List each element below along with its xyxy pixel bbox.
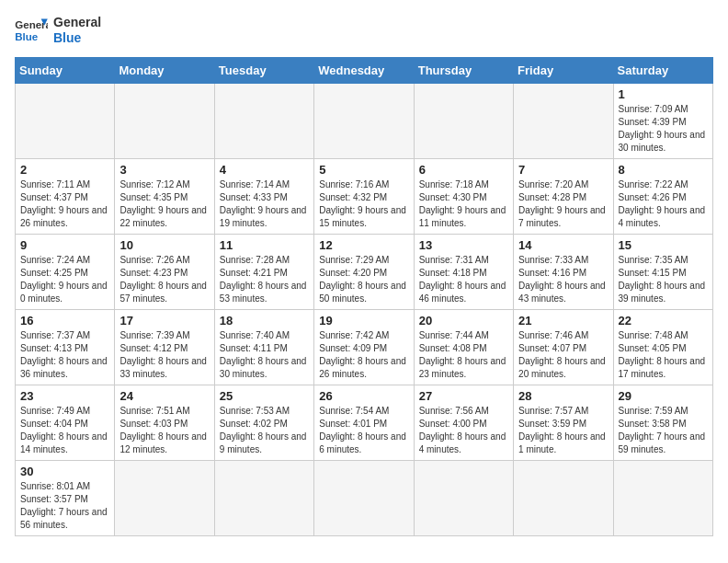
calendar-day-cell: 9Sunrise: 7:24 AM Sunset: 4:25 PM Daylig… bbox=[16, 234, 115, 309]
day-number: 5 bbox=[319, 163, 408, 177]
day-info: Sunrise: 7:24 AM Sunset: 4:25 PM Dayligh… bbox=[20, 254, 109, 305]
calendar-day-cell: 16Sunrise: 7:37 AM Sunset: 4:13 PM Dayli… bbox=[16, 309, 115, 385]
day-number: 6 bbox=[419, 163, 508, 177]
day-number: 1 bbox=[619, 87, 708, 101]
calendar-day-cell: 27Sunrise: 7:56 AM Sunset: 4:00 PM Dayli… bbox=[414, 385, 513, 460]
day-info: Sunrise: 7:31 AM Sunset: 4:18 PM Dayligh… bbox=[419, 254, 508, 305]
day-info: Sunrise: 7:40 AM Sunset: 4:11 PM Dayligh… bbox=[220, 329, 309, 381]
day-number: 10 bbox=[119, 238, 209, 252]
calendar-day-cell: 21Sunrise: 7:46 AM Sunset: 4:07 PM Dayli… bbox=[514, 309, 613, 385]
calendar-header-cell: Thursday bbox=[414, 57, 513, 83]
day-info: Sunrise: 7:11 AM Sunset: 4:37 PM Dayligh… bbox=[20, 178, 109, 230]
day-number: 16 bbox=[20, 314, 109, 327]
logo-blue-text: Blue bbox=[53, 30, 101, 46]
day-number: 4 bbox=[220, 163, 309, 177]
calendar-header-cell: Tuesday bbox=[214, 57, 313, 83]
day-info: Sunrise: 7:12 AM Sunset: 4:35 PM Dayligh… bbox=[119, 178, 209, 230]
calendar-week-row: 2Sunrise: 7:11 AM Sunset: 4:37 PM Daylig… bbox=[16, 158, 713, 234]
calendar-day-cell: 24Sunrise: 7:51 AM Sunset: 4:03 PM Dayli… bbox=[115, 385, 214, 460]
calendar-day-cell: 23Sunrise: 7:49 AM Sunset: 4:04 PM Dayli… bbox=[16, 385, 115, 460]
day-info: Sunrise: 7:44 AM Sunset: 4:08 PM Dayligh… bbox=[419, 329, 508, 381]
day-number: 27 bbox=[419, 389, 508, 403]
calendar-day-cell: 3Sunrise: 7:12 AM Sunset: 4:35 PM Daylig… bbox=[115, 158, 214, 234]
day-number: 9 bbox=[20, 238, 109, 252]
calendar-header-row: SundayMondayTuesdayWednesdayThursdayFrid… bbox=[16, 57, 713, 83]
calendar-header-cell: Sunday bbox=[16, 57, 115, 83]
calendar-day-cell bbox=[214, 460, 313, 535]
calendar-day-cell bbox=[314, 460, 414, 535]
calendar-header-cell: Monday bbox=[115, 57, 214, 83]
day-info: Sunrise: 7:09 AM Sunset: 4:39 PM Dayligh… bbox=[619, 103, 708, 155]
day-info: Sunrise: 7:59 AM Sunset: 3:58 PM Dayligh… bbox=[619, 405, 708, 456]
calendar-day-cell: 1Sunrise: 7:09 AM Sunset: 4:39 PM Daylig… bbox=[613, 83, 712, 158]
day-number: 8 bbox=[619, 163, 708, 177]
day-number: 2 bbox=[20, 163, 109, 177]
day-info: Sunrise: 7:33 AM Sunset: 4:16 PM Dayligh… bbox=[518, 254, 608, 305]
calendar-week-row: 9Sunrise: 7:24 AM Sunset: 4:25 PM Daylig… bbox=[16, 234, 713, 309]
calendar-day-cell bbox=[514, 83, 613, 158]
calendar-day-cell: 15Sunrise: 7:35 AM Sunset: 4:15 PM Dayli… bbox=[613, 234, 712, 309]
day-number: 14 bbox=[518, 238, 608, 252]
calendar-week-row: 30Sunrise: 8:01 AM Sunset: 3:57 PM Dayli… bbox=[16, 460, 713, 535]
calendar-header-cell: Friday bbox=[514, 57, 613, 83]
logo: General Blue General Blue bbox=[15, 15, 101, 46]
day-info: Sunrise: 7:56 AM Sunset: 4:00 PM Dayligh… bbox=[419, 405, 508, 456]
calendar-day-cell: 19Sunrise: 7:42 AM Sunset: 4:09 PM Dayli… bbox=[314, 309, 414, 385]
day-info: Sunrise: 7:26 AM Sunset: 4:23 PM Dayligh… bbox=[119, 254, 209, 305]
calendar-day-cell: 5Sunrise: 7:16 AM Sunset: 4:32 PM Daylig… bbox=[314, 158, 414, 234]
day-info: Sunrise: 7:35 AM Sunset: 4:15 PM Dayligh… bbox=[619, 254, 708, 305]
day-number: 21 bbox=[518, 314, 608, 327]
calendar-day-cell: 7Sunrise: 7:20 AM Sunset: 4:28 PM Daylig… bbox=[514, 158, 613, 234]
calendar-header-cell: Wednesday bbox=[314, 57, 414, 83]
day-number: 20 bbox=[419, 314, 508, 327]
calendar-day-cell bbox=[16, 83, 115, 158]
day-number: 13 bbox=[419, 238, 508, 252]
calendar-day-cell: 6Sunrise: 7:18 AM Sunset: 4:30 PM Daylig… bbox=[414, 158, 513, 234]
day-info: Sunrise: 7:53 AM Sunset: 4:02 PM Dayligh… bbox=[220, 405, 309, 456]
calendar-day-cell: 2Sunrise: 7:11 AM Sunset: 4:37 PM Daylig… bbox=[16, 158, 115, 234]
day-info: Sunrise: 7:28 AM Sunset: 4:21 PM Dayligh… bbox=[220, 254, 309, 305]
day-info: Sunrise: 7:54 AM Sunset: 4:01 PM Dayligh… bbox=[319, 405, 408, 456]
logo-icon: General Blue bbox=[15, 16, 48, 45]
calendar-day-cell bbox=[314, 83, 414, 158]
calendar-day-cell: 10Sunrise: 7:26 AM Sunset: 4:23 PM Dayli… bbox=[115, 234, 214, 309]
day-info: Sunrise: 7:37 AM Sunset: 4:13 PM Dayligh… bbox=[20, 329, 109, 381]
calendar-day-cell bbox=[115, 460, 214, 535]
day-info: Sunrise: 7:14 AM Sunset: 4:33 PM Dayligh… bbox=[220, 178, 309, 230]
day-info: Sunrise: 7:57 AM Sunset: 3:59 PM Dayligh… bbox=[518, 405, 608, 456]
calendar-week-row: 23Sunrise: 7:49 AM Sunset: 4:04 PM Dayli… bbox=[16, 385, 713, 460]
day-info: Sunrise: 7:46 AM Sunset: 4:07 PM Dayligh… bbox=[518, 329, 608, 381]
day-info: Sunrise: 7:29 AM Sunset: 4:20 PM Dayligh… bbox=[319, 254, 408, 305]
day-number: 22 bbox=[619, 314, 708, 327]
calendar-table: SundayMondayTuesdayWednesdayThursdayFrid… bbox=[15, 57, 713, 536]
day-number: 24 bbox=[119, 389, 209, 403]
calendar-day-cell: 12Sunrise: 7:29 AM Sunset: 4:20 PM Dayli… bbox=[314, 234, 414, 309]
calendar-day-cell: 29Sunrise: 7:59 AM Sunset: 3:58 PM Dayli… bbox=[613, 385, 712, 460]
day-number: 12 bbox=[319, 238, 408, 252]
calendar-day-cell: 14Sunrise: 7:33 AM Sunset: 4:16 PM Dayli… bbox=[514, 234, 613, 309]
day-info: Sunrise: 7:18 AM Sunset: 4:30 PM Dayligh… bbox=[419, 178, 508, 230]
calendar-day-cell bbox=[414, 83, 513, 158]
day-number: 11 bbox=[220, 238, 309, 252]
calendar-day-cell bbox=[514, 460, 613, 535]
day-info: Sunrise: 7:20 AM Sunset: 4:28 PM Dayligh… bbox=[518, 178, 608, 230]
calendar-day-cell: 17Sunrise: 7:39 AM Sunset: 4:12 PM Dayli… bbox=[115, 309, 214, 385]
day-info: Sunrise: 7:16 AM Sunset: 4:32 PM Dayligh… bbox=[319, 178, 408, 230]
calendar-day-cell bbox=[414, 460, 513, 535]
day-info: Sunrise: 7:51 AM Sunset: 4:03 PM Dayligh… bbox=[119, 405, 209, 456]
day-number: 28 bbox=[518, 389, 608, 403]
page-header: General Blue General Blue bbox=[15, 15, 713, 46]
logo-general-text: General bbox=[53, 15, 101, 30]
calendar-body: 1Sunrise: 7:09 AM Sunset: 4:39 PM Daylig… bbox=[16, 83, 713, 535]
calendar-day-cell: 20Sunrise: 7:44 AM Sunset: 4:08 PM Dayli… bbox=[414, 309, 513, 385]
day-number: 19 bbox=[319, 314, 408, 327]
calendar-day-cell: 26Sunrise: 7:54 AM Sunset: 4:01 PM Dayli… bbox=[314, 385, 414, 460]
day-number: 23 bbox=[20, 389, 109, 403]
day-number: 25 bbox=[220, 389, 309, 403]
calendar-day-cell: 25Sunrise: 7:53 AM Sunset: 4:02 PM Dayli… bbox=[214, 385, 313, 460]
day-number: 18 bbox=[220, 314, 309, 327]
calendar-day-cell: 13Sunrise: 7:31 AM Sunset: 4:18 PM Dayli… bbox=[414, 234, 513, 309]
day-number: 30 bbox=[20, 465, 109, 478]
day-number: 7 bbox=[518, 163, 608, 177]
day-number: 29 bbox=[619, 389, 708, 403]
